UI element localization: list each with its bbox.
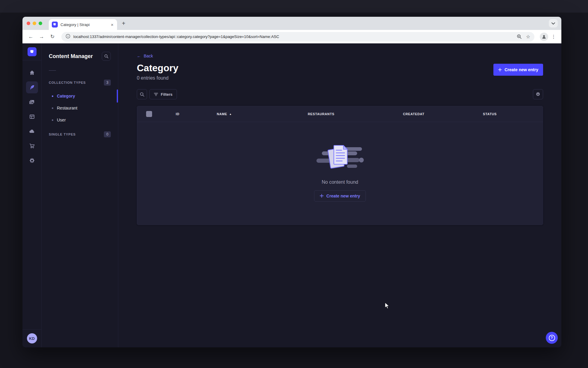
create-entry-label: Create new entry: [504, 67, 538, 72]
filters-label: Filters: [161, 92, 172, 97]
browser-toolbar: ← → ↻ localhost:1337/admin/content-manag…: [22, 30, 561, 43]
url-text[interactable]: localhost:1337/admin/content-manager/col…: [73, 34, 515, 39]
subnav-item-category[interactable]: Category: [49, 90, 111, 102]
browser-menu-icon[interactable]: ⋮: [550, 34, 557, 39]
empty-state: No content found Create new entry: [137, 122, 543, 225]
desktop-background: [0, 0, 588, 13]
sidebar-home-icon[interactable]: [26, 67, 38, 79]
sidebar-marketplace-icon[interactable]: [26, 140, 38, 152]
collection-types-label: COLLECTION TYPES: [49, 81, 86, 84]
empty-message: No content found: [322, 180, 358, 185]
empty-create-entry-label: Create new entry: [326, 194, 360, 198]
main-content: ← Back Category 0 entries found Create n…: [118, 43, 561, 347]
browser-forward-icon[interactable]: →: [37, 33, 46, 41]
column-header-status[interactable]: STATUS: [483, 112, 543, 116]
subnav-item-label: Category: [57, 94, 75, 98]
tab-title: Category | Strapi: [60, 22, 110, 27]
new-tab-button[interactable]: +: [122, 20, 125, 27]
plus-icon: [498, 68, 502, 72]
select-all-checkbox[interactable]: [146, 111, 152, 117]
column-header-restaurants[interactable]: RESTAURANTS: [308, 112, 403, 116]
column-header-createdat[interactable]: CREATEDAT: [403, 112, 483, 116]
user-avatar[interactable]: KD: [27, 333, 37, 343]
page-header: Category 0 entries found: [137, 62, 178, 81]
table-actions: Filters: [137, 89, 543, 99]
strapi-logo-section: [22, 43, 41, 60]
no-content-illustration: [316, 143, 364, 173]
back-label: Back: [144, 54, 153, 58]
help-button[interactable]: ?: [546, 332, 558, 344]
sidebar-content-manager-icon[interactable]: [26, 81, 38, 93]
search-entries-button[interactable]: [137, 89, 147, 99]
zoom-page-icon[interactable]: [515, 33, 524, 41]
create-entry-button[interactable]: Create new entry: [493, 64, 543, 76]
help-icon: ?: [549, 335, 555, 341]
window-controls: [27, 17, 42, 30]
close-window-button[interactable]: [27, 22, 30, 25]
tab-search-chevron-icon[interactable]: [549, 19, 558, 28]
subnav-item-restaurant[interactable]: Restaurant: [49, 102, 111, 114]
subnav-item-label: User: [57, 118, 66, 122]
sidebar-nav: [26, 67, 38, 167]
subnav-item-label: Restaurant: [57, 106, 77, 110]
content-manager-subnav: Content Manager COLLECTION TYPES 3 Categ…: [42, 43, 118, 347]
collection-types-list: Category Restaurant User: [49, 90, 111, 126]
sidebar-content-type-builder-icon[interactable]: [26, 111, 38, 123]
site-info-icon[interactable]: [66, 34, 70, 40]
browser-back-icon[interactable]: ←: [27, 33, 35, 41]
entries-count: 0 entries found: [137, 75, 178, 81]
column-header-name[interactable]: NAME ▲: [217, 112, 308, 116]
active-indicator: [117, 89, 118, 103]
browser-reload-icon[interactable]: ↻: [48, 33, 57, 41]
filters-button[interactable]: Filters: [149, 89, 177, 99]
bookmark-star-icon[interactable]: ☆: [524, 33, 533, 41]
plus-icon: [320, 194, 324, 198]
browser-window: Category | Strapi × + ← → ↻ localhost:13…: [22, 17, 561, 347]
sidebar-settings-icon[interactable]: [26, 155, 38, 167]
sidebar-footer: KD: [22, 329, 41, 347]
single-types-label: SINGLE TYPES: [49, 133, 76, 136]
tab-close-icon[interactable]: ×: [110, 22, 114, 27]
strapi-favicon: [52, 22, 58, 28]
back-arrow-icon: ←: [137, 54, 141, 58]
bullet-icon: [52, 95, 53, 97]
strapi-admin: KD Content Manager COLLECTION TYPES 3 Ca…: [22, 43, 561, 347]
entries-table: ID NAME ▲ RESTAURANTS CREATEDAT STATUS: [137, 106, 543, 225]
back-link[interactable]: ← Back: [137, 54, 153, 58]
browser-tab-strip: Category | Strapi × +: [22, 17, 561, 30]
subnav-divider: [49, 70, 56, 71]
maximize-window-button[interactable]: [39, 22, 42, 25]
subnav-item-user[interactable]: User: [49, 114, 111, 126]
minimize-window-button[interactable]: [33, 22, 36, 25]
strapi-logo[interactable]: [28, 47, 37, 56]
sidebar-cloud-icon[interactable]: [26, 125, 38, 137]
collection-types-count-badge: 3: [104, 80, 111, 86]
main-sidebar: KD: [22, 43, 42, 347]
subnav-title: Content Manager: [49, 53, 93, 60]
table-header-row: ID NAME ▲ RESTAURANTS CREATEDAT STATUS: [137, 106, 543, 122]
filter-icon: [154, 93, 158, 96]
subnav-search-button[interactable]: [102, 52, 111, 61]
single-types-count-badge: 0: [104, 131, 111, 137]
bullet-icon: [52, 107, 53, 109]
browser-profile-icon[interactable]: [540, 33, 548, 41]
sidebar-media-library-icon[interactable]: [26, 96, 38, 108]
address-bar[interactable]: localhost:1337/admin/content-manager/col…: [61, 32, 534, 42]
column-header-id[interactable]: ID: [176, 112, 217, 116]
browser-tab[interactable]: Category | Strapi ×: [49, 19, 117, 30]
view-settings-button[interactable]: [533, 89, 543, 99]
bullet-icon: [52, 119, 53, 121]
empty-create-entry-button[interactable]: Create new entry: [314, 190, 366, 202]
sort-asc-icon: ▲: [229, 113, 232, 115]
page-title: Category: [137, 62, 178, 74]
